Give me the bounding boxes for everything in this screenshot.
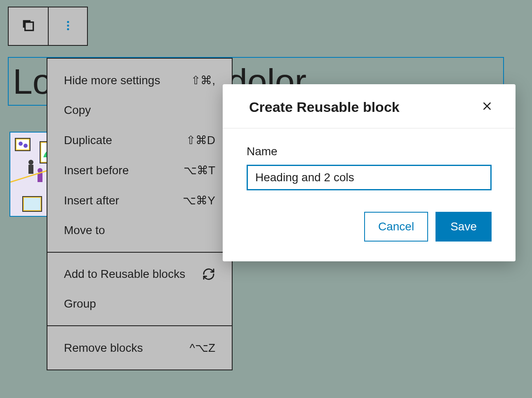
menu-section-1: Hide more settings ⇧⌘, Copy Duplicate ⇧⌘…: [47, 59, 232, 252]
menu-item-copy[interactable]: Copy: [47, 95, 232, 125]
close-icon: [482, 101, 492, 113]
menu-item-label: Copy: [64, 104, 91, 117]
menu-item-label: Group: [64, 297, 96, 310]
more-vertical-icon: [62, 17, 74, 36]
menu-item-label: Add to Reusable blocks: [64, 268, 185, 281]
svg-point-1: [67, 21, 69, 23]
menu-item-shortcut: ⇧⌘,: [191, 73, 215, 87]
modal-close-button[interactable]: [478, 97, 496, 116]
modal-header: Create Reusable block: [223, 84, 516, 128]
svg-point-11: [28, 160, 33, 165]
menu-item-label: Duplicate: [64, 134, 112, 147]
menu-section-3: Remove blocks ^⌥Z: [47, 325, 232, 370]
menu-item-shortcut: ^⌥Z: [190, 341, 215, 355]
menu-item-label: Insert after: [64, 194, 119, 207]
menu-item-insert-before[interactable]: Insert before ⌥⌘T: [47, 155, 232, 185]
menu-item-add-to-reusable-blocks[interactable]: Add to Reusable blocks: [47, 259, 232, 289]
name-label: Name: [247, 145, 492, 158]
menu-item-label: Insert before: [64, 164, 129, 177]
menu-item-label: Remove blocks: [64, 341, 143, 355]
menu-item-duplicate[interactable]: Duplicate ⇧⌘D: [47, 125, 232, 155]
modal-footer: Cancel Save: [223, 199, 516, 261]
svg-rect-16: [24, 198, 40, 210]
svg-rect-14: [38, 173, 42, 182]
modal-body: Name: [223, 128, 516, 199]
svg-point-8: [24, 144, 28, 148]
more-options-button[interactable]: [48, 7, 87, 45]
svg-point-2: [67, 24, 69, 26]
menu-item-shortcut: ⌥⌘Y: [183, 194, 215, 207]
menu-item-label: Move to: [64, 224, 105, 237]
menu-item-group[interactable]: Group: [47, 289, 232, 319]
menu-item-hide-more-settings[interactable]: Hide more settings ⇧⌘,: [47, 65, 232, 95]
menu-item-shortcut: ⌥⌘T: [184, 163, 215, 177]
block-options-menu: Hide more settings ⇧⌘, Copy Duplicate ⇧⌘…: [47, 58, 233, 370]
menu-item-shortcut: ⇧⌘D: [186, 133, 215, 147]
reusable-icon: [202, 268, 215, 281]
menu-item-insert-after[interactable]: Insert after ⌥⌘Y: [47, 185, 232, 216]
menu-item-remove-blocks[interactable]: Remove blocks ^⌥Z: [47, 333, 232, 363]
copy-icon: [20, 17, 37, 36]
name-input[interactable]: [247, 165, 492, 190]
svg-rect-12: [28, 165, 33, 174]
block-toolbar: [8, 7, 88, 46]
cancel-button[interactable]: Cancel: [364, 212, 428, 242]
menu-section-2: Add to Reusable blocks Group: [47, 252, 232, 325]
copy-block-button[interactable]: [9, 7, 48, 45]
modal-title: Create Reusable block: [249, 99, 400, 115]
svg-rect-0: [25, 22, 33, 30]
svg-point-7: [19, 142, 23, 146]
save-button[interactable]: Save: [435, 212, 492, 242]
create-reusable-block-modal: Create Reusable block Name Cancel Save: [223, 84, 516, 261]
svg-point-3: [67, 28, 69, 30]
menu-item-label: Hide more settings: [64, 74, 160, 87]
menu-item-move-to[interactable]: Move to: [47, 216, 232, 245]
